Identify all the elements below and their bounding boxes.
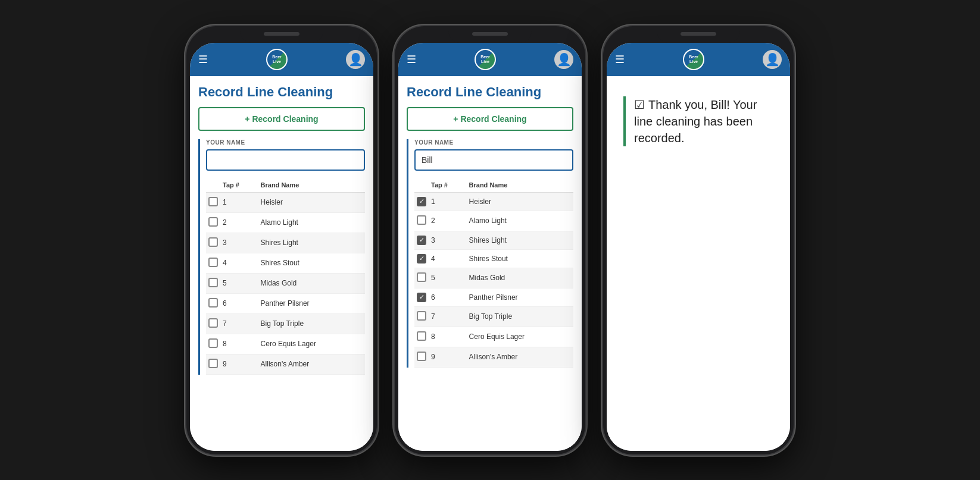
tap-number: 8	[220, 334, 258, 354]
user-avatar-3[interactable]: 👤	[763, 50, 782, 69]
tap-checkbox[interactable]	[208, 318, 218, 328]
tap-checkbox[interactable]	[417, 352, 426, 361]
checkbox-cell	[206, 192, 220, 212]
user-avatar-1[interactable]: 👤	[346, 50, 365, 69]
tap-checkbox[interactable]	[417, 311, 426, 321]
tap-checkbox[interactable]	[208, 359, 218, 368]
user-avatar-2[interactable]: 👤	[554, 50, 573, 69]
checkbox-cell	[414, 288, 429, 306]
tap-checkbox[interactable]	[208, 197, 218, 206]
brand-name: Shires Light	[467, 231, 573, 249]
tap-number: 4	[220, 253, 258, 273]
table-row: 2Alamo Light	[414, 211, 573, 231]
screen-3: ☰ BeerLive 👤 ☑Thank you, Bill! Your line…	[607, 43, 790, 451]
checkbox-cell	[206, 313, 220, 334]
record-cleaning-button-1[interactable]: + Record Cleaning	[198, 107, 365, 131]
col-tap-2: Tap #	[429, 178, 467, 193]
checkbox-cell	[206, 212, 220, 233]
tap-checkbox[interactable]	[417, 197, 426, 206]
tap-checkbox[interactable]	[208, 278, 218, 287]
logo-inner-2: BeerLive	[476, 50, 495, 69]
logo-text-1: BeerLive	[272, 55, 282, 64]
page-title-2: Record Line Cleaning	[407, 84, 573, 100]
checkbox-cell	[206, 273, 220, 293]
tap-checkbox[interactable]	[417, 254, 426, 263]
brand-name: Heisler	[467, 192, 573, 211]
name-input-2[interactable]	[414, 149, 573, 171]
name-label-2: YOUR NAME	[414, 139, 573, 146]
brand-name: Panther Pilsner	[258, 293, 365, 313]
brand-name: Allison's Amber	[258, 354, 365, 374]
checkbox-cell	[414, 231, 429, 249]
checkbox-cell	[206, 293, 220, 313]
avatar-icon-1: 👤	[348, 52, 363, 67]
col-check-2	[414, 178, 429, 193]
table-row: 8Cero Equis Lager	[414, 327, 573, 347]
tap-checkbox[interactable]	[208, 258, 218, 267]
phone-3: ☰ BeerLive 👤 ☑Thank you, Bill! Your line…	[603, 26, 794, 454]
screen-1: ☰ BeerLive 👤 Record Line Cleaning + Reco…	[190, 43, 373, 451]
tap-number: 1	[220, 192, 258, 212]
name-input-1[interactable]	[206, 149, 365, 171]
app-header-3: ☰ BeerLive 👤	[607, 43, 790, 76]
tap-checkbox[interactable]	[417, 331, 426, 341]
col-check-1	[206, 178, 220, 193]
table-row: 3Shires Light	[414, 231, 573, 249]
brand-name: Big Top Triple	[258, 313, 365, 334]
table-row: 9Allison's Amber	[414, 347, 573, 367]
logo-text-3: BeerLive	[689, 55, 698, 64]
tap-number: 3	[429, 231, 467, 249]
form-section-2: YOUR NAME Tap # Brand Name 1Heisler2Alam…	[407, 139, 573, 368]
tap-checkbox[interactable]	[417, 293, 426, 302]
table-row: 6Panther Pilsner	[414, 288, 573, 306]
checkbox-cell	[414, 347, 429, 367]
tap-checkbox[interactable]	[208, 338, 218, 348]
tap-table-1: Tap # Brand Name 1Heisler2Alamo Light3Sh…	[206, 178, 365, 375]
tap-checkbox[interactable]	[208, 237, 218, 247]
checkbox-cell	[414, 306, 429, 327]
app-header-2: ☰ BeerLive 👤	[398, 43, 582, 76]
table-row: 7Big Top Triple	[414, 306, 573, 327]
checkbox-cell	[414, 192, 429, 211]
table-row: 5Midas Gold	[206, 273, 365, 293]
tap-number: 5	[220, 273, 258, 293]
brand-name: Alamo Light	[467, 211, 573, 231]
record-cleaning-button-2[interactable]: + Record Cleaning	[407, 107, 573, 131]
tap-number: 7	[429, 306, 467, 327]
tap-number: 9	[429, 347, 467, 367]
tap-checkbox[interactable]	[417, 215, 426, 225]
success-content: ☑Thank you, Bill! Your line cleaning has…	[615, 84, 782, 158]
brand-name: Shires Stout	[467, 249, 573, 268]
tap-number: 2	[220, 212, 258, 233]
col-brand-2: Brand Name	[467, 178, 573, 193]
checkbox-cell	[414, 327, 429, 347]
checkbox-cell	[414, 268, 429, 288]
tap-checkbox[interactable]	[208, 217, 218, 227]
checkbox-cell	[206, 253, 220, 273]
brand-name: Cero Equis Lager	[258, 334, 365, 354]
brand-name: Big Top Triple	[467, 306, 573, 327]
app-logo-1: BeerLive	[266, 49, 288, 70]
name-label-1: YOUR NAME	[206, 139, 365, 146]
success-message: ☑Thank you, Bill! Your line cleaning has…	[634, 96, 773, 146]
tap-checkbox[interactable]	[417, 272, 426, 282]
logo-inner-1: BeerLive	[267, 50, 286, 69]
menu-icon-2[interactable]: ☰	[407, 53, 416, 66]
tap-number: 7	[220, 313, 258, 334]
form-section-1: YOUR NAME Tap # Brand Name 1Heisler2Alam…	[198, 139, 365, 375]
tap-checkbox[interactable]	[208, 298, 218, 308]
phone-2: ☰ BeerLive 👤 Record Line Cleaning + Reco…	[395, 26, 585, 454]
app-logo-2: BeerLive	[475, 49, 496, 70]
tap-table-2: Tap # Brand Name 1Heisler2Alamo Light3Sh…	[414, 178, 573, 368]
app-logo-3: BeerLive	[683, 49, 704, 70]
menu-icon-3[interactable]: ☰	[615, 53, 625, 66]
checkbox-cell	[206, 334, 220, 354]
brand-name: Midas Gold	[467, 268, 573, 288]
menu-icon-1[interactable]: ☰	[198, 53, 208, 66]
tap-checkbox[interactable]	[417, 236, 426, 245]
brand-name: Alamo Light	[258, 212, 365, 233]
table-row: 1Heisler	[414, 192, 573, 211]
table-row: 2Alamo Light	[206, 212, 365, 233]
page-title-1: Record Line Cleaning	[198, 84, 365, 100]
logo-text-2: BeerLive	[480, 55, 490, 64]
